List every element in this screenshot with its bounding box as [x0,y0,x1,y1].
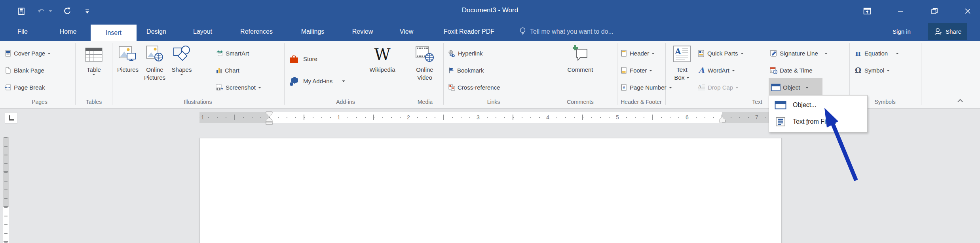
group-label-links: Links [487,99,500,107]
tab-references[interactable]: References [238,22,275,41]
dropdown-arrow-icon [805,87,809,88]
object-dropdown-menu: Object... Text from File... [769,95,868,132]
header-icon [621,50,627,57]
minimize-button[interactable] [891,5,910,17]
symbol-omega-icon: Ω [854,67,862,74]
wordart-button[interactable]: A WordArt [698,65,735,76]
indent-markers[interactable] [265,111,273,125]
tab-mailings[interactable]: Mailings [299,22,327,41]
page-number-button[interactable]: # Page Number [621,82,672,93]
vertical-ruler-half-inch-marks [4,137,8,243]
blank-page-button[interactable]: Blank Page [5,65,44,76]
online-pictures-button[interactable]: Online Pictures [140,44,169,82]
equation-pi-icon: π [854,50,862,57]
svg-text:A: A [698,84,702,89]
ruler-number: 2 [405,114,412,121]
menu-item-object[interactable]: Object... [769,97,867,113]
equation-button[interactable]: π Equation [854,48,899,59]
pictures-button[interactable]: Pictures [116,44,140,74]
dropdown-arrow-icon [669,87,672,88]
dropdown-arrow-icon [732,70,735,71]
online-pictures-icon [146,45,163,63]
dropdown-arrow-icon [735,87,739,88]
hyperlink-button[interactable]: Hyperlink [448,48,483,59]
collapse-ribbon-icon [957,99,963,103]
group-label-text: Text [752,99,762,107]
symbol-button[interactable]: Ω Symbol [854,65,890,76]
store-button[interactable]: Store [289,54,317,64]
group-separator [617,43,617,105]
tab-review[interactable]: Review [350,22,375,41]
header-button[interactable]: Header [621,48,655,59]
my-add-ins-button[interactable]: My Add-ins [289,76,345,86]
ruler-number: 4 [545,114,551,121]
window-title: Document3 - Word [0,6,980,14]
group-label-header-footer: Header & Footer [621,99,662,107]
ribbon-tab-row: File Home Insert Design Layout Reference… [0,22,980,41]
cross-reference-button[interactable]: Cross-reference [448,82,500,93]
bookmark-button[interactable]: Bookmark [448,65,484,76]
object-button[interactable]: Object [771,82,809,93]
wikipedia-button[interactable]: W Wikipedia [363,44,401,74]
tab-home[interactable]: Home [57,22,79,41]
ruler-number: 3 [475,114,481,121]
group-separator [665,43,666,105]
ruler-half-inch-marks [199,115,781,120]
store-icon [289,54,299,64]
online-video-button[interactable]: Online Video [412,44,438,82]
group-separator [75,43,76,105]
screenshot-icon [216,84,223,91]
tell-me-placeholder: Tell me what you want to do... [530,28,613,35]
tab-layout[interactable]: Layout [191,22,215,41]
date-time-button[interactable]: Date & Time [770,65,813,76]
svg-text:W: W [374,47,390,63]
ruler-number: 1 [199,114,206,121]
tab-design[interactable]: Design [144,22,169,41]
tab-insert[interactable]: Insert [91,25,137,41]
cover-page-button[interactable]: Cover Page [5,48,51,59]
dropdown-arrow-icon [258,87,261,88]
tab-file[interactable]: File [15,22,30,41]
ruler-number: 1 [336,114,342,121]
quick-parts-button[interactable]: Quick Parts [698,48,744,59]
footer-icon [621,67,627,74]
dropdown-arrow-icon [180,74,183,75]
ribbon-display-options-button[interactable] [858,5,876,17]
document-page[interactable] [199,138,782,243]
footer-button[interactable]: Footer [621,65,652,76]
object-icon [771,84,781,91]
share-button[interactable]: Share [928,23,967,40]
group-separator [284,43,285,105]
chart-icon [216,67,222,74]
drop-cap-button[interactable]: A Drop Cap [698,82,739,93]
collapse-ribbon-button[interactable] [957,97,963,104]
tab-foxit-reader-pdf[interactable]: Foxit Reader PDF [441,22,497,41]
tell-me-box[interactable]: Tell me what you want to do... [519,22,613,41]
group-label-media: Media [418,99,433,107]
signature-line-button[interactable]: Signature Line [770,48,828,59]
tab-view[interactable]: View [397,22,416,41]
shapes-button[interactable]: Shapes [169,44,194,75]
tab-stop-selector[interactable] [5,112,17,124]
group-separator [407,43,407,105]
page-break-button[interactable]: Page Break [5,82,45,93]
group-label-illustrations: Illustrations [184,99,212,107]
table-button[interactable]: Table [80,44,108,75]
blank-page-icon [5,67,11,74]
text-box-button[interactable]: A Text Box [669,44,695,82]
lightbulb-icon [519,27,526,36]
ribbon-display-options-icon [863,7,871,15]
right-indent-marker[interactable] [718,117,726,123]
wikipedia-icon: W [372,47,393,63]
close-button[interactable] [959,5,977,17]
screenshot-button[interactable]: Screenshot [216,82,261,93]
sign-in-link[interactable]: Sign in [893,22,911,41]
restore-button[interactable] [925,5,944,17]
comment-button[interactable]: Comment [564,44,596,74]
bookmark-icon [448,67,455,74]
date-time-icon [770,67,777,74]
chart-button[interactable]: Chart [216,65,239,76]
smartart-button[interactable]: SmartArt [216,48,249,59]
text-from-file-menu-icon [775,117,786,126]
menu-item-text-from-file[interactable]: Text from File... [769,114,867,130]
